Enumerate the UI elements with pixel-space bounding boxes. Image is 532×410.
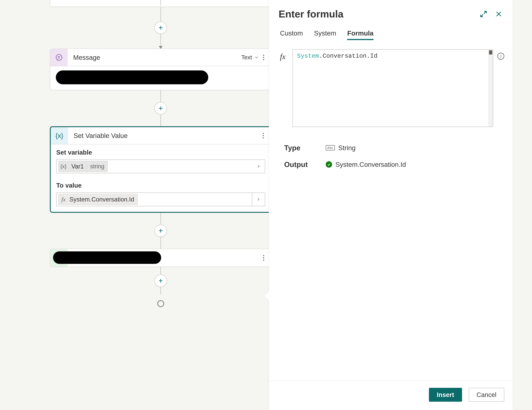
variable-type: string [87,163,107,170]
expand-button[interactable] [478,9,489,20]
scrollbar-thumb[interactable] [489,50,492,55]
redacted-content [53,251,161,264]
node-header: {x} Set Variable Value [51,127,271,145]
formula-text: System.Conversation.Id [293,50,493,62]
variable-picker[interactable]: {x} Var1 string [56,159,265,173]
node-title: Set Variable Value [74,132,261,139]
token-rest: .Conversation.Id [319,53,377,59]
node-message[interactable]: Message Text [50,49,272,90]
node-icon-box: {x} [51,127,68,144]
flow-column: Message Text [50,0,272,303]
cancel-button[interactable]: Cancel [469,388,504,402]
svg-point-2 [56,55,62,60]
app-root: Message Text [0,0,532,410]
value-picker[interactable]: fx System.Conversation.Id [56,193,265,206]
panel-header: Enter formula [269,0,513,24]
node-set-variable[interactable]: {x} Set Variable Value Set variable {x} … [50,126,272,213]
terminal-circle-icon [157,300,164,307]
chevron-right-icon [252,164,265,169]
formula-value: System.Conversation.Id [68,196,137,203]
redacted-content [56,70,208,84]
node-header-actions: Text [241,53,271,62]
info-button[interactable]: i [497,53,504,60]
type-value: String [338,144,355,152]
variable-name: Var1 [68,163,87,170]
insert-button[interactable]: Insert [429,388,462,402]
add-node-button[interactable] [154,274,167,287]
connector [50,213,272,249]
node-icon-box [50,49,68,66]
formula-editor[interactable]: System.Conversation.Id [293,49,493,127]
string-type-icon: Abc [326,145,335,150]
fx-label: fx [277,49,288,61]
output-label: Output [284,160,326,169]
plus-icon [158,228,163,234]
add-node-button[interactable] [154,225,167,237]
type-value-row: Abc String [326,144,513,152]
panel-footer: Insert Cancel [269,381,513,410]
plus-icon [158,278,163,283]
close-icon [495,10,503,18]
type-label: Type [284,144,326,152]
tab-system[interactable]: System [314,29,336,39]
connector [50,7,272,49]
node-title: Message [73,54,241,61]
chevron-right-icon [252,193,265,206]
editor-scrollbar[interactable] [488,50,493,127]
connector [50,90,272,126]
formula-chip: fx System.Conversation.Id [58,194,138,205]
formula-panel: Enter formula Custom System Formula [269,0,513,410]
variable-icon: {x} [56,132,63,139]
panel-tabs: Custom System Formula [269,24,513,40]
plus-icon [158,106,163,111]
add-node-button[interactable] [154,21,167,34]
variable-icon: {x} [59,164,68,169]
plus-icon [158,25,163,30]
node-more-menu[interactable] [261,131,265,140]
section-label: Set variable [56,149,265,156]
node-body [50,66,271,90]
output-value: System.Conversation.Id [335,161,406,168]
token-system: System [297,53,319,59]
node-more-menu[interactable] [262,53,266,62]
connector-line [161,0,161,6]
check-icon [326,161,332,168]
chevron-down-icon [254,55,259,60]
panel-title: Enter formula [279,8,474,20]
connector [50,267,272,295]
output-value-row: System.Conversation.Id [326,161,513,168]
node-header: Message Text [50,49,271,66]
fx-icon: fx [59,196,68,203]
formula-metadata: Type Abc String Output System.Conversati… [269,127,513,169]
tab-custom[interactable]: Custom [280,29,303,39]
node-unknown[interactable] [50,249,272,267]
message-type-selector[interactable]: Text [241,54,259,61]
arrow-down-icon [159,46,163,49]
message-icon [55,54,63,61]
node-body: Set variable {x} Var1 string To value [51,145,271,212]
type-label: Text [241,54,252,61]
node-header [50,249,271,266]
flow-terminal [50,295,272,303]
close-button[interactable] [493,9,504,20]
variable-chip: {x} Var1 string [58,161,108,172]
add-node-button[interactable] [154,102,167,115]
formula-row: fx System.Conversation.Id i [269,40,513,127]
tab-formula[interactable]: Formula [347,29,373,39]
expand-icon [479,10,488,18]
node-more-menu[interactable] [262,254,266,262]
section-label: To value [56,182,265,189]
